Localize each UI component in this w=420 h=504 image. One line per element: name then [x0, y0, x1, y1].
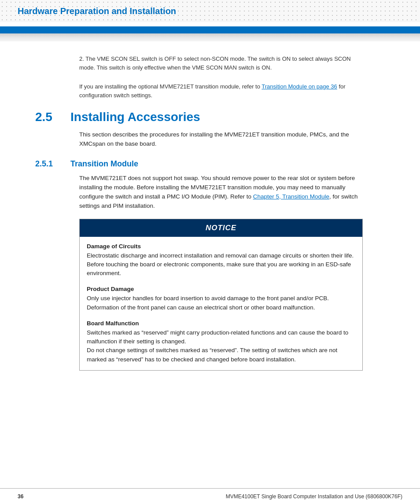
footer: 36 MVME4100ET Single Board Computer Inst…	[0, 488, 420, 504]
gray-decorative-bar	[0, 33, 420, 41]
intro-paragraph-1: 2. The VME SCON SEL switch is OFF to sel…	[79, 55, 363, 72]
notice-item-text-2: Only use injector handles for board inse…	[87, 294, 355, 312]
section-25-number: 2.5	[35, 110, 70, 124]
blue-banner	[0, 26, 420, 33]
notice-item-3: Board MalfunctionSwitches marked as “res…	[87, 320, 355, 364]
main-content: 2. The VME SCON SEL switch is OFF to sel…	[0, 41, 420, 384]
notice-item-text-1: Electrostatic discharge and incorrect in…	[87, 251, 355, 278]
header-title: Hardware Preparation and Installation	[18, 6, 176, 16]
section-251-heading: 2.5.1 Transition Module	[79, 159, 363, 169]
header-title-bar: Hardware Preparation and Installation	[0, 4, 420, 19]
section-251-title: Transition Module	[70, 159, 138, 169]
header: Hardware Preparation and Installation	[0, 0, 420, 26]
section-25-title: Installing Accessories	[70, 110, 200, 124]
notice-header: NOTICE	[80, 219, 362, 237]
chapter5-link[interactable]: Chapter 5, Transition Module	[253, 193, 329, 200]
notice-item-title-3: Board Malfunction	[87, 320, 355, 327]
notice-body: Damage of CircuitsElectrostatic discharg…	[80, 237, 362, 370]
section-25-body: This section describes the procedures fo…	[79, 130, 363, 149]
footer-page-number: 36	[18, 493, 23, 500]
intro-paragraph-2: If you are installing the optional MVME7…	[79, 82, 363, 99]
intro-p2-prefix: If you are installing the optional MVME7…	[79, 83, 262, 90]
section-251-body: The MVME721ET does not support hot swap.…	[79, 174, 363, 211]
section-251-number: 2.5.1	[35, 159, 70, 169]
notice-item-title-1: Damage of Circuits	[87, 243, 355, 250]
section-25-heading: 2.5 Installing Accessories	[79, 110, 363, 124]
notice-box: NOTICE Damage of CircuitsElectrostatic d…	[79, 219, 363, 371]
transition-module-link[interactable]: Transition Module on page 36	[262, 83, 337, 90]
notice-item-title-2: Product Damage	[87, 286, 355, 292]
notice-item-text-3: Switches marked as “reserved” might carr…	[87, 328, 355, 364]
footer-document-title: MVME4100ET Single Board Computer Install…	[226, 493, 402, 500]
notice-item-2: Product DamageOnly use injector handles …	[87, 286, 355, 312]
notice-item-1: Damage of CircuitsElectrostatic discharg…	[87, 243, 355, 278]
